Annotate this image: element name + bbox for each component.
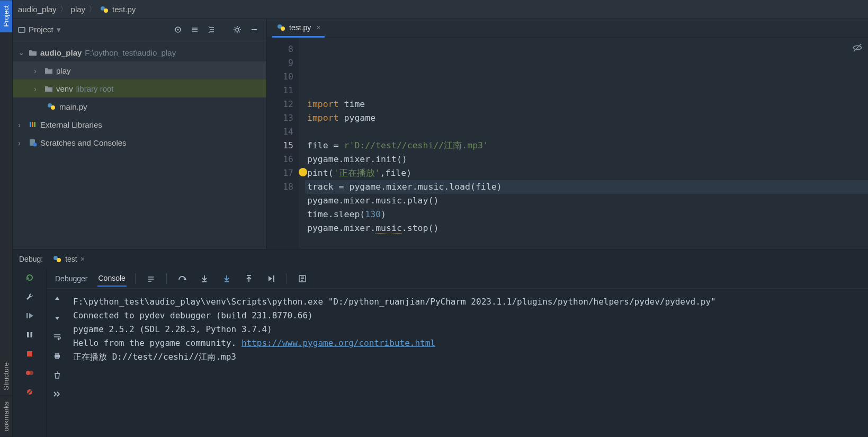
- tree-label: External Libraries: [40, 120, 102, 129]
- debug-run-tab[interactable]: test ×: [49, 252, 88, 266]
- tree-root-name: audio_play: [40, 48, 82, 57]
- debug-run-name: test: [65, 255, 77, 263]
- breadcrumb-item[interactable]: audio_play: [18, 5, 57, 14]
- tree-scratches[interactable]: › Scratches and Consoles: [13, 133, 266, 151]
- scroll-up-icon[interactable]: [51, 293, 63, 305]
- svg-rect-33: [56, 357, 59, 359]
- chevron-right-icon: ›: [34, 66, 41, 75]
- step-out-icon[interactable]: [242, 272, 256, 286]
- console-tab[interactable]: Console: [97, 271, 127, 287]
- tree-external-libraries[interactable]: › External Libraries: [13, 115, 266, 133]
- view-breakpoints-icon[interactable]: [24, 367, 35, 379]
- project-dropdown-icon[interactable]: [18, 26, 25, 33]
- svg-rect-20: [30, 332, 32, 337]
- tree-label: venv: [56, 84, 73, 93]
- python-file-icon: [47, 102, 56, 111]
- tree-tag: library root: [76, 84, 114, 93]
- pause-icon[interactable]: [24, 329, 35, 341]
- stop-icon[interactable]: [24, 348, 35, 360]
- clear-icon[interactable]: [51, 369, 63, 381]
- wrench-icon[interactable]: [24, 291, 35, 302]
- collapse-all-icon[interactable]: [205, 23, 219, 37]
- locate-icon[interactable]: [171, 23, 185, 37]
- svg-rect-29: [273, 275, 274, 282]
- soft-wrap-icon[interactable]: [51, 331, 63, 343]
- editor: test.py × 89101112131415161718 import ti…: [267, 19, 868, 249]
- project-tree[interactable]: ⌄ audio_play F:\python_test\audio_play ›…: [13, 40, 266, 249]
- python-file-icon: [52, 254, 62, 264]
- rail-tab-project[interactable]: Project: [0, 0, 12, 32]
- rerun-icon[interactable]: [24, 272, 35, 283]
- mute-breakpoints-icon[interactable]: [24, 386, 35, 398]
- run-to-cursor-icon[interactable]: [264, 272, 278, 286]
- chevron-down-icon[interactable]: ▾: [57, 25, 61, 34]
- step-over-icon[interactable]: [175, 272, 189, 286]
- tree-label: Scratches and Consoles: [40, 138, 127, 147]
- svg-rect-21: [27, 351, 32, 356]
- editor-code[interactable]: import timeimport pygame file = r'D://te…: [299, 38, 868, 249]
- close-icon[interactable]: ×: [316, 23, 320, 32]
- debugger-tab[interactable]: Debugger: [54, 271, 89, 286]
- svg-rect-27: [225, 281, 229, 282]
- step-into-icon[interactable]: [198, 272, 211, 286]
- chevron-down-icon: ⌄: [18, 48, 25, 57]
- svg-point-5: [236, 28, 239, 31]
- reader-mode-icon[interactable]: [852, 42, 863, 53]
- svg-point-1: [104, 8, 108, 13]
- svg-rect-2: [19, 28, 25, 32]
- tree-file-main[interactable]: main.py: [13, 97, 266, 115]
- project-tool-window: Project ▾ ⌄ audio_play: [13, 19, 267, 249]
- python-file-icon: [100, 5, 109, 14]
- breadcrumb-item[interactable]: play: [71, 5, 86, 14]
- scroll-down-icon[interactable]: [51, 312, 63, 324]
- tree-root-path: F:\python_test\audio_play: [85, 48, 176, 57]
- debug-label: Debug:: [19, 255, 43, 263]
- svg-rect-19: [27, 332, 29, 337]
- tree-folder-play[interactable]: › play: [13, 61, 266, 79]
- library-icon: [29, 121, 37, 128]
- tree-folder-venv[interactable]: › venv library root: [13, 79, 266, 97]
- folder-icon: [44, 67, 53, 74]
- console-output[interactable]: F:\python_test\audio_play\venv\Scripts\p…: [68, 289, 868, 437]
- editor-tab-test[interactable]: test.py ×: [272, 19, 325, 38]
- python-file-icon: [276, 23, 286, 32]
- svg-point-4: [177, 29, 179, 30]
- chevron-right-icon: 〉: [60, 4, 68, 14]
- svg-point-23: [29, 371, 33, 375]
- chevron-right-icon: ›: [18, 120, 25, 129]
- svg-rect-28: [247, 275, 251, 276]
- svg-point-7: [51, 105, 55, 110]
- resume-icon[interactable]: [24, 310, 35, 322]
- debug-tool-window: Debug: test ×: [13, 249, 868, 437]
- gear-icon[interactable]: [230, 23, 244, 37]
- rail-tab-bookmarks[interactable]: ookmarks: [0, 396, 12, 437]
- step-icon[interactable]: [144, 272, 158, 286]
- expand-all-icon[interactable]: [188, 23, 202, 37]
- print-icon[interactable]: [51, 350, 63, 362]
- close-icon[interactable]: ×: [80, 255, 85, 263]
- breadcrumb-item[interactable]: test.py: [112, 5, 136, 14]
- svg-point-14: [281, 26, 285, 31]
- hide-icon[interactable]: [247, 23, 261, 37]
- svg-point-12: [33, 143, 37, 147]
- rail-tab-structure[interactable]: Structure: [0, 357, 12, 396]
- evaluate-icon[interactable]: [296, 272, 309, 286]
- project-panel-title[interactable]: Project: [29, 25, 53, 34]
- folder-icon: [29, 49, 37, 56]
- tree-label: play: [56, 66, 71, 75]
- editor-tab-label: test.py: [289, 23, 311, 32]
- svg-rect-9: [32, 122, 33, 127]
- tree-root[interactable]: ⌄ audio_play F:\python_test\audio_play: [13, 43, 266, 61]
- step-into-my-icon[interactable]: [220, 272, 234, 286]
- chevron-right-icon: ›: [34, 84, 41, 93]
- svg-rect-32: [56, 353, 59, 355]
- left-tool-rail: Project Structure ookmarks: [0, 0, 13, 437]
- show-prompt-icon[interactable]: [51, 388, 63, 400]
- breadcrumb: audio_play 〉 play 〉 test.py: [13, 0, 868, 19]
- tree-label: main.py: [59, 102, 87, 111]
- scratch-icon: [29, 138, 37, 147]
- editor-gutter[interactable]: 89101112131415161718: [267, 38, 299, 249]
- chevron-right-icon: 〉: [88, 4, 96, 14]
- svg-point-17: [57, 258, 61, 262]
- folder-icon: [44, 85, 53, 92]
